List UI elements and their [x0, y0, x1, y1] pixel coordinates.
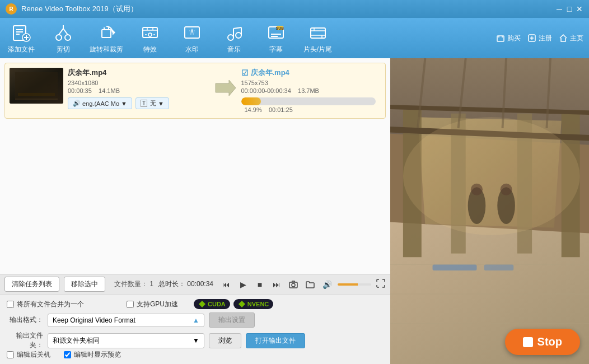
shutdown-label: 编辑后关机 — [17, 350, 50, 360]
toolbar-effects[interactable]: 特效 — [134, 22, 165, 54]
browse-button[interactable]: 浏览 — [209, 333, 241, 348]
left-panel: 庆余年.mp4 2340x1080 00:00:35 14.1MB 🔊 eng.… — [0, 58, 390, 364]
app-logo: R — [6, 3, 17, 15]
open-folder-player-button[interactable] — [304, 278, 316, 291]
merge-all-input[interactable] — [7, 301, 14, 308]
stop-player-button[interactable]: ■ — [254, 278, 266, 291]
input-resolution: 2340x1080 — [68, 80, 208, 86]
toolbar-add-file[interactable]: 添加文件 — [6, 22, 36, 54]
format-select-arrow-icon: ▲ — [193, 316, 199, 324]
output-folder-value: 和源文件夹相同 — [53, 336, 100, 346]
merge-all-label: 将所有文件合并为一个 — [17, 300, 84, 309]
gpu-accelerate-input[interactable] — [127, 301, 134, 308]
show-preview-input[interactable] — [64, 351, 71, 358]
minimize-button[interactable]: ─ — [555, 5, 563, 13]
stop-label: Stop — [537, 335, 562, 348]
output-format-select[interactable]: Keep Original Video Format ▲ — [48, 314, 204, 327]
output-folder-select[interactable]: 和源文件夹相同 ▼ — [48, 333, 204, 348]
open-output-folder-button[interactable]: 打开输出文件 — [246, 333, 305, 348]
watermark-label: 水印 — [185, 45, 199, 54]
toolbar-subtitle[interactable]: SUB 字幕 — [260, 22, 291, 54]
svg-rect-77 — [433, 264, 477, 270]
input-file-info: 庆余年.mp4 2340x1080 00:00:35 14.1MB 🔊 eng.… — [68, 68, 208, 109]
intro-outro-label: 片头/片尾 — [303, 45, 332, 54]
remove-selected-button[interactable]: 移除选中 — [64, 277, 105, 292]
gpu-accelerate-checkbox[interactable]: 支持GPU加速 — [127, 300, 178, 309]
skip-fwd-button[interactable]: ⏭ — [270, 278, 283, 291]
output-folder-label: 输出文件夹： — [7, 331, 43, 350]
snapshot-button[interactable] — [287, 278, 300, 291]
output-format-label: 输出格式： — [7, 315, 43, 325]
svg-point-72 — [501, 184, 512, 195]
svg-point-71 — [471, 184, 483, 195]
audio-track-value: eng.(AAC Mo — [82, 100, 119, 107]
preview-video: Stop — [390, 58, 589, 364]
show-preview-checkbox[interactable]: 编辑时显示预览 — [64, 350, 121, 360]
gpu-badges: CUDA NVENC — [194, 299, 273, 309]
bottom-right: 总时长： 00:00:34 ⏮ ▶ ■ ⏭ 🔊 — [158, 278, 386, 291]
file-controls: 🔊 eng.(AAC Mo ▼ T 无 ▼ — [68, 97, 208, 109]
output-resolution: 1575x753 — [241, 80, 381, 86]
total-duration: 总时长： 00:00:34 — [158, 279, 213, 289]
svg-point-20 — [148, 33, 152, 36]
shutdown-input[interactable] — [7, 351, 14, 358]
add-file-icon — [11, 22, 31, 43]
titlebar: R Renee Video Toolbox 2019（试用） ─ □ ✕ — [0, 0, 589, 18]
music-label: 音乐 — [227, 45, 241, 54]
close-button[interactable]: ✕ — [576, 5, 583, 13]
buy-button[interactable]: 购买 — [496, 34, 521, 43]
bottom-bar: 清除任务列表 移除选中 文件数量： 1 总时长： 00:00:34 ⏮ ▶ ■ … — [0, 274, 390, 294]
clear-list-button[interactable]: 清除任务列表 — [4, 277, 59, 292]
progress-bar-bg — [241, 97, 376, 105]
cuda-badge: CUDA — [194, 299, 230, 309]
stop-button[interactable]: Stop — [505, 329, 580, 355]
stop-icon — [523, 337, 533, 347]
buy-label: 购买 — [507, 34, 521, 43]
svg-point-68 — [403, 117, 580, 235]
file-count-label: 文件数量： 1 — [114, 279, 153, 289]
volume-slider[interactable] — [338, 283, 371, 286]
volume-button[interactable]: 🔊 — [321, 278, 333, 291]
toolbar-music[interactable]: 音乐 — [218, 22, 249, 54]
window-controls: ─ □ ✕ — [555, 5, 583, 13]
svg-rect-13 — [102, 30, 111, 38]
input-duration: 00:00:35 — [68, 87, 92, 94]
svg-rect-35 — [311, 28, 325, 38]
svg-marker-50 — [216, 80, 236, 96]
output-time-range: 00:00:00-00:00:34 13.7MB — [241, 87, 381, 94]
svg-marker-12 — [113, 30, 115, 35]
audio-track-dropdown[interactable]: 🔊 eng.(AAC Mo ▼ — [68, 97, 132, 109]
fullscreen-button[interactable] — [376, 278, 386, 291]
music-icon — [224, 22, 244, 43]
output-format-value: Keep Original Video Format — [53, 316, 135, 324]
main-content: 庆余年.mp4 2340x1080 00:00:35 14.1MB 🔊 eng.… — [0, 58, 589, 364]
watermark-icon: W — [182, 22, 202, 43]
maximize-button[interactable]: □ — [565, 5, 573, 13]
gpu-accelerate-label: 支持GPU加速 — [137, 300, 178, 309]
play-button[interactable]: ▶ — [237, 278, 249, 291]
svg-point-7 — [56, 35, 62, 40]
rotate-crop-icon — [96, 22, 116, 43]
merge-all-checkbox[interactable]: 将所有文件合并为一个 — [7, 300, 84, 309]
effects-icon — [140, 22, 160, 43]
svg-line-10 — [63, 29, 68, 35]
shutdown-checkbox[interactable]: 编辑后关机 — [7, 350, 50, 360]
toolbar-cut[interactable]: 剪切 — [48, 22, 78, 54]
rotate-crop-label: 旋转和裁剪 — [90, 45, 123, 54]
app-title: Renee Video Toolbox 2019（试用） — [21, 4, 555, 14]
toolbar-watermark[interactable]: W 水印 — [176, 22, 207, 54]
skip-back-button[interactable]: ⏮ — [220, 278, 232, 291]
home-button[interactable]: 主页 — [559, 34, 583, 43]
svg-point-26 — [236, 32, 241, 38]
options-area: 将所有文件合并为一个 支持GPU加速 CUDA NVENC — [0, 294, 390, 364]
effects-label: 特效 — [143, 45, 157, 54]
subtitle-track-dropdown[interactable]: T 无 ▼ — [135, 97, 169, 109]
register-label: 注册 — [539, 34, 552, 43]
toolbar-rotate-crop[interactable]: 旋转和裁剪 — [90, 22, 123, 54]
cut-label: 剪切 — [57, 45, 70, 54]
svg-line-9 — [59, 29, 63, 35]
register-button[interactable]: 注册 — [527, 34, 552, 43]
svg-point-8 — [65, 35, 71, 40]
output-settings-button[interactable]: 输出设置 — [209, 312, 255, 328]
toolbar-intro-outro[interactable]: 片头/片尾 — [302, 22, 333, 54]
